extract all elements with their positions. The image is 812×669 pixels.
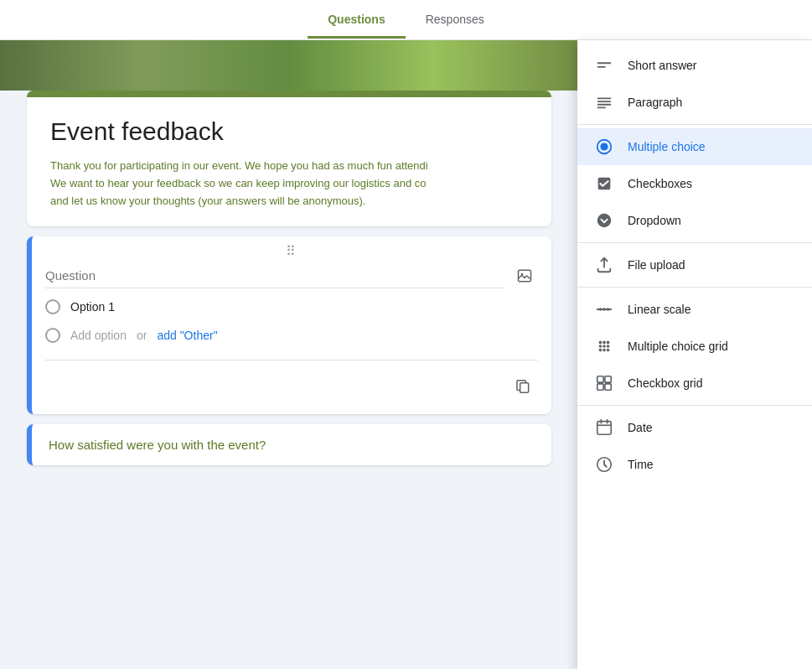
menu-item-short-answer-label: Short answer — [628, 59, 696, 72]
menu-item-linear-scale-label: Linear scale — [628, 303, 691, 316]
menu-item-linear-scale[interactable]: Linear scale — [577, 291, 812, 328]
svg-point-10 — [600, 143, 608, 150]
lines-short-icon — [594, 55, 614, 75]
dropdown-arrow-icon — [594, 210, 614, 231]
menu-item-date-label: Date — [628, 421, 653, 434]
menu-divider-4 — [577, 405, 812, 406]
svg-point-25 — [607, 349, 610, 352]
checkbox-icon — [594, 174, 614, 194]
dropdown-menu: Short answer Paragraph Multiple choice — [577, 40, 812, 669]
grid-radio-icon — [594, 336, 614, 356]
lines-long-icon — [594, 92, 614, 112]
svg-point-23 — [599, 349, 603, 352]
tabs-bar: Questions Responses — [0, 0, 812, 40]
option-1-row: Option 1 — [32, 293, 551, 321]
svg-point-20 — [599, 345, 603, 348]
radio-icon — [594, 137, 614, 157]
calendar-icon — [594, 417, 614, 438]
question-card-1: ⠿ Option 1 Add option or add "Other" — [27, 236, 551, 414]
svg-rect-0 — [519, 271, 531, 282]
menu-item-checkboxes-label: Checkboxes — [628, 177, 692, 190]
menu-item-paragraph-label: Paragraph — [628, 96, 682, 109]
svg-rect-26 — [597, 376, 603, 382]
svg-rect-30 — [597, 422, 612, 435]
svg-rect-29 — [605, 384, 611, 390]
form-description: Thank you for participating in our event… — [50, 158, 528, 210]
option-1-label: Option 1 — [70, 300, 115, 314]
menu-item-dropdown-label: Dropdown — [628, 214, 681, 227]
menu-item-time-label: Time — [628, 458, 654, 471]
or-text: or — [137, 329, 147, 342]
menu-divider-3 — [577, 287, 812, 288]
svg-point-22 — [607, 345, 610, 348]
menu-item-checkboxes[interactable]: Checkboxes — [577, 165, 812, 202]
question-input[interactable] — [45, 263, 504, 288]
grid-checkbox-icon — [594, 373, 614, 393]
question-input-row — [32, 262, 551, 289]
menu-item-checkbox-grid[interactable]: Checkbox grid — [577, 365, 812, 402]
tab-questions[interactable]: Questions — [308, 3, 405, 39]
question-2-title: How satisfied were you with the event? — [49, 438, 535, 452]
upload-icon — [594, 255, 614, 275]
radio-circle-1 — [45, 299, 60, 314]
menu-item-file-upload[interactable]: File upload — [577, 246, 812, 283]
svg-point-24 — [603, 349, 606, 352]
menu-item-checkbox-grid-label: Checkbox grid — [628, 376, 703, 390]
menu-item-paragraph[interactable]: Paragraph — [577, 84, 812, 121]
svg-point-18 — [603, 341, 606, 345]
question-card-2: How satisfied were you with the event? — [27, 424, 551, 465]
copy-button[interactable] — [508, 371, 538, 401]
add-option-row: Add option or add "Other" — [32, 321, 551, 350]
main-area: Event feedback Thank you for participati… — [0, 40, 578, 669]
add-image-button[interactable] — [511, 262, 538, 289]
menu-item-multiple-choice-grid[interactable]: Multiple choice grid — [577, 328, 812, 365]
drag-handle[interactable]: ⠿ — [32, 236, 551, 262]
svg-point-14 — [599, 308, 603, 311]
scale-icon — [594, 299, 614, 319]
card-bottom-row — [32, 367, 551, 401]
form-title: Event feedback — [50, 117, 528, 146]
add-other-button[interactable]: add "Other" — [157, 329, 217, 342]
menu-divider-2 — [577, 242, 812, 243]
menu-item-short-answer[interactable]: Short answer — [577, 47, 812, 84]
svg-point-21 — [603, 345, 606, 348]
title-card: Event feedback Thank you for participati… — [27, 91, 551, 226]
clock-icon — [594, 454, 614, 475]
header-image — [0, 40, 578, 91]
card-divider — [45, 360, 538, 360]
menu-item-date[interactable]: Date — [577, 409, 812, 446]
menu-item-multiple-choice[interactable]: Multiple choice — [577, 128, 812, 165]
svg-point-17 — [599, 341, 603, 345]
svg-rect-27 — [605, 376, 611, 382]
svg-point-12 — [597, 214, 612, 228]
menu-divider-1 — [577, 124, 812, 125]
add-option-circle — [45, 328, 60, 343]
svg-point-16 — [607, 308, 610, 311]
menu-item-dropdown[interactable]: Dropdown — [577, 202, 812, 239]
svg-rect-28 — [597, 384, 603, 390]
menu-item-multiple-choice-label: Multiple choice — [628, 140, 706, 153]
tab-responses[interactable]: Responses — [406, 3, 504, 39]
svg-point-19 — [607, 341, 610, 345]
add-option-text[interactable]: Add option — [70, 329, 127, 342]
svg-point-15 — [603, 308, 606, 311]
menu-item-multiple-choice-grid-label: Multiple choice grid — [628, 340, 728, 353]
menu-item-time[interactable]: Time — [577, 446, 812, 483]
svg-rect-2 — [520, 383, 529, 393]
menu-item-file-upload-label: File upload — [628, 258, 685, 272]
